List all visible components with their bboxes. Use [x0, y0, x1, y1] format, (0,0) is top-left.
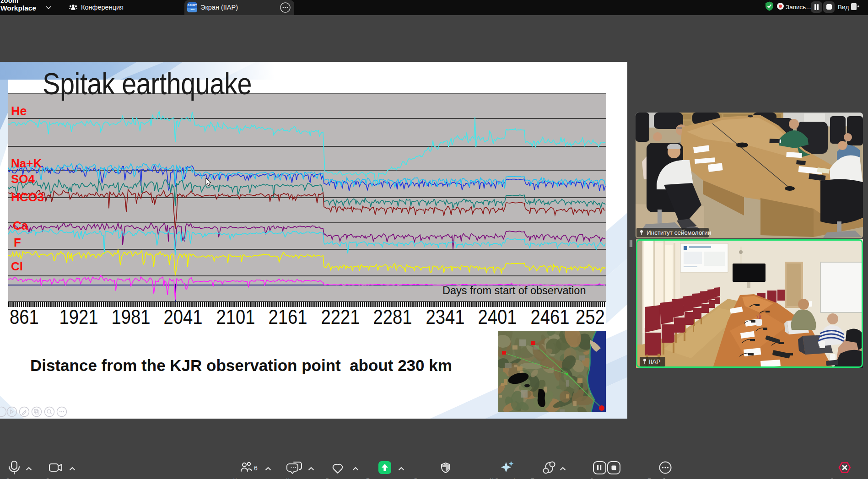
svg-text:Институт сейсмологии: Институт сейсмологии	[647, 229, 711, 236]
svg-text:6: 6	[254, 464, 258, 472]
svg-text:IIAP: IIAP	[649, 358, 661, 365]
